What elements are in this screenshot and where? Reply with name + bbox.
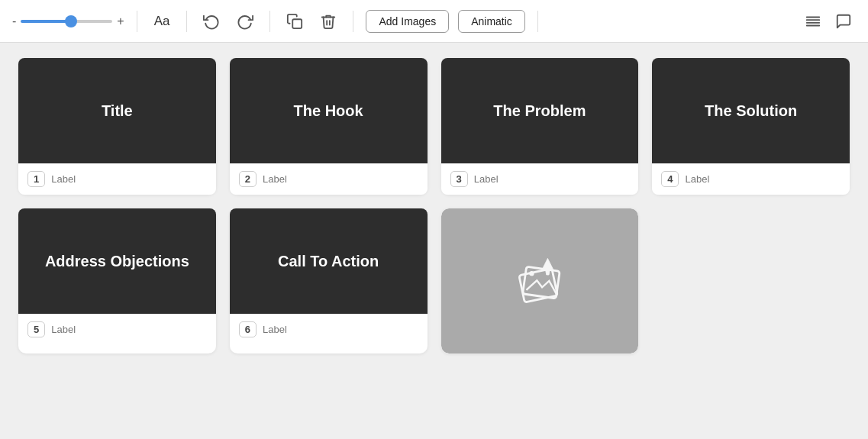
- card-1: Title 1: [18, 58, 216, 195]
- cards-row-2: Address Objections 5 Call To Action 6: [18, 208, 850, 353]
- card-placeholder-thumbnail[interactable]: [441, 208, 639, 353]
- card-3-label-input[interactable]: [474, 173, 630, 185]
- copy-button[interactable]: [282, 9, 307, 34]
- card-6-title: Call To Action: [272, 247, 385, 276]
- add-images-icon: [509, 250, 570, 311]
- card-3-title: The Problem: [487, 96, 592, 126]
- toolbar: - + Aa: [0, 0, 868, 43]
- card-5-thumbnail[interactable]: Address Objections: [18, 208, 216, 314]
- toolbar-right: [801, 9, 856, 34]
- card-4: The Solution 4: [652, 58, 850, 195]
- card-2: The Hook 2: [230, 58, 428, 195]
- card-6: Call To Action 6: [230, 208, 428, 353]
- card-5: Address Objections 5: [18, 208, 216, 353]
- main-content: Title 1 The Hook 2 The Problem 3: [0, 43, 868, 439]
- card-placeholder[interactable]: [441, 208, 639, 353]
- card-2-label-input[interactable]: [263, 173, 418, 185]
- card-2-footer: 2: [230, 163, 428, 195]
- divider-1: [137, 11, 137, 32]
- list-view-button[interactable]: [801, 9, 825, 34]
- card-4-label-input[interactable]: [685, 173, 841, 185]
- card-1-number: 1: [27, 171, 45, 187]
- animatic-button[interactable]: Animatic: [458, 10, 525, 33]
- zoom-minus-button[interactable]: -: [12, 15, 16, 27]
- comment-button[interactable]: [831, 9, 856, 34]
- card-2-thumbnail[interactable]: The Hook: [230, 58, 428, 163]
- empty-cell: [652, 208, 850, 353]
- redo-button[interactable]: [233, 9, 257, 34]
- undo-button[interactable]: [199, 9, 224, 34]
- card-5-footer: 5: [18, 314, 216, 345]
- svg-rect-0: [293, 19, 302, 28]
- card-5-number: 5: [27, 321, 45, 337]
- card-3-footer: 3: [441, 163, 639, 195]
- card-5-title: Address Objections: [39, 247, 195, 276]
- card-1-thumbnail[interactable]: Title: [18, 58, 216, 163]
- card-4-number: 4: [661, 171, 679, 187]
- card-3: The Problem 3: [441, 58, 639, 195]
- card-4-footer: 4: [652, 163, 850, 195]
- card-1-title: Title: [95, 96, 139, 126]
- card-6-number: 6: [239, 321, 257, 337]
- card-3-thumbnail[interactable]: The Problem: [441, 58, 639, 163]
- card-5-label-input[interactable]: [51, 324, 207, 335]
- card-1-label-input[interactable]: [51, 173, 207, 185]
- card-1-footer: 1: [18, 163, 216, 195]
- card-3-number: 3: [450, 171, 468, 187]
- font-button[interactable]: Aa: [150, 11, 175, 32]
- card-6-thumbnail[interactable]: Call To Action: [230, 208, 428, 314]
- card-2-number: 2: [239, 171, 257, 187]
- divider-4: [353, 11, 353, 32]
- delete-button[interactable]: [316, 9, 340, 34]
- add-images-button[interactable]: Add Images: [366, 10, 449, 33]
- card-4-title: The Solution: [699, 96, 803, 126]
- divider-3: [269, 11, 270, 32]
- card-2-title: The Hook: [288, 96, 369, 126]
- divider-5: [537, 11, 538, 32]
- card-6-label-input[interactable]: [263, 324, 418, 335]
- divider-2: [186, 11, 187, 32]
- zoom-controls: - +: [12, 15, 124, 27]
- zoom-slider[interactable]: [21, 20, 112, 23]
- card-4-thumbnail[interactable]: The Solution: [652, 58, 850, 163]
- zoom-plus-button[interactable]: +: [117, 15, 124, 27]
- card-6-footer: 6: [230, 314, 428, 345]
- placeholder-icon: [509, 250, 570, 311]
- cards-row-1: Title 1 The Hook 2 The Problem 3: [18, 58, 850, 195]
